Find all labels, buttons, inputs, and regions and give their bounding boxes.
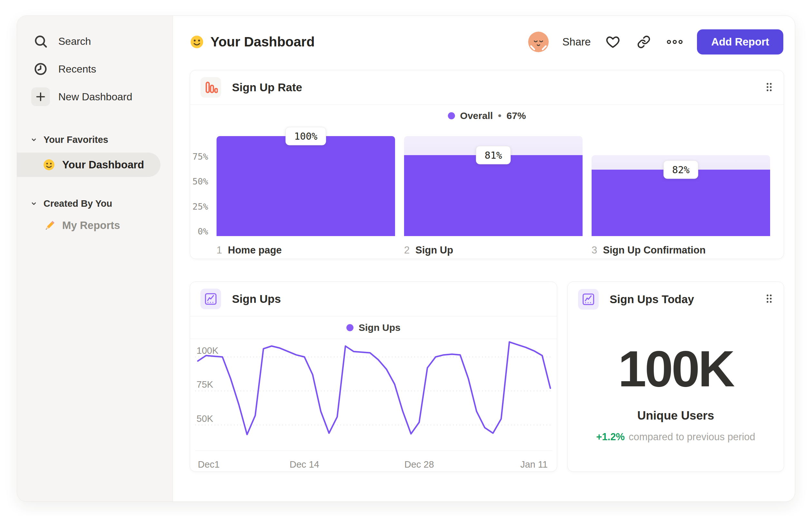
dashboard-header: Your Dashboard Share Add Report	[190, 16, 783, 68]
sidebar-section-your-favorites[interactable]: Your Favorites	[17, 133, 173, 147]
y-tick-label: 75K	[197, 379, 213, 390]
line-chart-icon	[578, 289, 599, 309]
legend-dot	[448, 112, 455, 119]
header-actions: Share Add Report	[528, 29, 783, 55]
chevron-down-icon	[30, 200, 38, 207]
step-name: Sign Up Confirmation	[603, 244, 706, 256]
avatar[interactable]	[528, 32, 549, 52]
x-tick-label: Dec 28	[404, 459, 434, 470]
funnel-step-label: 3Sign Up Confirmation	[591, 244, 770, 256]
sidebar-item-my-reports[interactable]: My Reports	[17, 215, 173, 236]
line-legend: Sign Ups	[190, 316, 557, 339]
funnel-bar[interactable]: 81%	[404, 136, 583, 236]
x-tick-label: Jan 11	[520, 459, 548, 470]
card-header: Sign Up Rate	[190, 70, 784, 105]
line-chart-plot: 100K75K50K	[195, 340, 552, 451]
page-title-text: Your Dashboard	[210, 34, 315, 50]
funnel-value-badge: 81%	[476, 146, 511, 164]
sign-ups-today-card: Sign Ups Today 100K Unique Users +1.2%co…	[568, 281, 784, 472]
metric-label: Unique Users	[568, 409, 784, 423]
pencil-emoji	[44, 220, 56, 231]
funnel-step-label: 1Home page	[216, 244, 395, 256]
card-header: Sign Ups	[190, 282, 557, 316]
smiley-emoji	[190, 35, 204, 49]
plus-icon	[31, 87, 50, 106]
card-title: Sign Up Rate	[232, 81, 302, 94]
drag-handle-icon[interactable]	[765, 82, 773, 93]
line-chart-x-axis: Dec1Dec 14Dec 28Jan 11	[195, 459, 552, 472]
funnel-step-label: 2Sign Up	[404, 244, 583, 256]
card-title: Sign Ups	[232, 293, 281, 305]
funnel-bar-solid	[404, 155, 583, 236]
smiley-emoji	[43, 159, 55, 171]
metric-delta: +1.2%compared to previous period	[568, 431, 784, 443]
funnel-bar-solid	[216, 136, 395, 236]
legend-dot	[346, 324, 353, 331]
metric-value: 100K	[568, 343, 784, 394]
funnel-value-badge: 100%	[286, 127, 326, 145]
sidebar-item-search[interactable]: Search	[17, 27, 173, 55]
y-tick-label: 50%	[192, 177, 208, 186]
app-window: Search Recents New Dashboard Your	[17, 16, 795, 502]
sidebar-item-label: Search	[58, 35, 91, 47]
funnel-y-axis: 75%50%25%0%	[190, 136, 209, 236]
step-name: Home page	[228, 244, 282, 256]
y-tick-label: 75%	[192, 152, 208, 162]
sidebar-item-recents[interactable]: Recents	[17, 55, 173, 83]
metric-delta-value: +1.2%	[596, 431, 625, 442]
add-report-button[interactable]: Add Report	[697, 29, 783, 55]
y-tick-label: 0%	[198, 227, 208, 236]
sidebar-section-created-by-you[interactable]: Created By You	[17, 196, 173, 211]
funnel-bars: 100%81%82%	[216, 136, 770, 236]
more-options-icon[interactable]	[666, 33, 684, 51]
x-tick-label: Dec1	[198, 459, 220, 470]
funnel-value-badge: 82%	[663, 161, 698, 179]
sign-ups-series-line	[198, 342, 550, 434]
step-number: 2	[404, 244, 410, 256]
page-title: Your Dashboard	[190, 34, 315, 50]
legend-separator: •	[498, 110, 502, 121]
drag-handle-icon[interactable]	[765, 294, 773, 305]
clock-icon	[31, 60, 50, 78]
screen: Search Recents New Dashboard Your	[0, 0, 812, 516]
sidebar-item-label: My Reports	[62, 219, 120, 232]
sidebar-item-label: New Dashboard	[58, 91, 132, 103]
section-title: Created By You	[44, 198, 112, 209]
search-icon	[31, 32, 50, 51]
y-tick-label: 100K	[197, 345, 219, 356]
step-number: 3	[591, 244, 597, 256]
sidebar-item-your-dashboard[interactable]: Your Dashboard	[17, 153, 161, 177]
step-name: Sign Up	[415, 244, 453, 256]
y-tick-label: 25%	[192, 202, 208, 212]
funnel-chart-icon	[200, 77, 221, 98]
chevron-down-icon	[30, 136, 38, 143]
funnel-step-labels: 1Home page2Sign Up3Sign Up Confirmation	[216, 244, 770, 256]
sign-ups-card: Sign Ups Sign Ups 100K75K50K Dec1Dec 14D…	[190, 281, 557, 472]
line-chart-svg	[195, 340, 552, 451]
sidebar-nav: Search Recents New Dashboard	[17, 16, 173, 111]
metric-delta-text: compared to previous period	[629, 431, 755, 442]
funnel-bar[interactable]: 100%	[216, 136, 395, 236]
x-tick-label: Dec 14	[290, 459, 319, 470]
legend-value: 67%	[506, 110, 526, 121]
copy-link-icon[interactable]	[635, 33, 652, 51]
sidebar-item-label: Your Dashboard	[62, 159, 144, 171]
funnel-legend: Overall • 67%	[190, 110, 784, 121]
share-button[interactable]: Share	[562, 36, 591, 48]
step-number: 1	[216, 244, 222, 256]
funnel-bar[interactable]: 82%	[591, 136, 770, 236]
sign-up-rate-card: Sign Up Rate Overall • 67% 75%50%25%0% 1…	[190, 70, 784, 259]
legend-label: Overall	[460, 110, 493, 121]
legend-label: Sign Ups	[359, 322, 401, 333]
section-title: Your Favorites	[44, 134, 108, 145]
card-header: Sign Ups Today	[568, 282, 784, 316]
y-tick-label: 50K	[197, 413, 213, 424]
line-chart-icon	[200, 289, 221, 309]
sidebar: Search Recents New Dashboard Your	[17, 16, 173, 501]
sidebar-item-label: Recents	[58, 63, 96, 75]
funnel-bar-solid	[591, 170, 770, 236]
card-title: Sign Ups Today	[610, 293, 694, 306]
sidebar-item-new-dashboard[interactable]: New Dashboard	[17, 83, 173, 111]
favorite-heart-icon[interactable]	[604, 33, 621, 51]
